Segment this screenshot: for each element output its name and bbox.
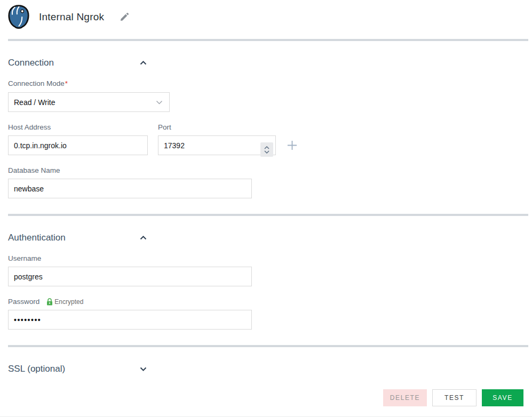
- required-asterisk: *: [65, 79, 68, 87]
- divider: [8, 345, 528, 347]
- section-connection-title: Connection: [8, 58, 54, 68]
- divider: [8, 214, 528, 216]
- password-label: Password: [8, 298, 39, 306]
- encrypted-badge: Encrypted: [46, 298, 83, 306]
- connection-mode-label: Connection Mode*: [8, 79, 532, 87]
- section-ssl-header[interactable]: SSL (optional): [8, 364, 147, 374]
- connection-mode-select[interactable]: Read / Write: [8, 92, 170, 112]
- database-name-label: Database Name: [8, 166, 532, 174]
- port-stepper[interactable]: [260, 142, 273, 157]
- section-connection-header[interactable]: Connection: [8, 58, 147, 68]
- username-label: Username: [8, 254, 532, 262]
- section-authentication-title: Authentication: [8, 232, 66, 243]
- plus-icon: [287, 140, 298, 151]
- username-input[interactable]: [8, 267, 252, 286]
- connection-mode-value: Read / Write: [14, 98, 55, 107]
- postgresql-logo: [5, 4, 32, 30]
- save-button[interactable]: SAVE: [482, 389, 523, 406]
- chevron-down-icon: [140, 367, 147, 371]
- section-ssl-title: SSL (optional): [8, 364, 65, 374]
- port-field: Port: [158, 112, 276, 155]
- encrypted-badge-label: Encrypted: [54, 298, 83, 306]
- pencil-icon: [119, 12, 130, 22]
- section-authentication: Authentication Username Password Encrypt…: [0, 232, 532, 330]
- database-name-input[interactable]: [8, 179, 252, 198]
- port-label: Port: [158, 123, 276, 131]
- divider: [8, 39, 528, 41]
- lock-icon: [46, 298, 53, 306]
- form-header: Internal Ngrok: [0, 0, 532, 31]
- chevron-down-icon: [156, 100, 163, 105]
- add-host-button[interactable]: [287, 135, 298, 155]
- password-label-row: Password Encrypted: [8, 298, 532, 306]
- stepper-up-icon: [264, 146, 269, 149]
- database-connection-form: Internal Ngrok Connection Connection Mod…: [0, 0, 532, 417]
- password-input[interactable]: [8, 310, 252, 330]
- stepper-down-icon: [264, 150, 269, 154]
- delete-button[interactable]: DELETE: [383, 389, 427, 406]
- section-authentication-header[interactable]: Authentication: [8, 232, 147, 243]
- host-address-input[interactable]: [8, 135, 148, 155]
- host-address-label: Host Address: [8, 123, 148, 131]
- host-field: Host Address: [8, 112, 148, 155]
- test-button[interactable]: TEST: [432, 389, 477, 406]
- section-ssl: SSL (optional): [0, 364, 532, 374]
- port-input[interactable]: [158, 135, 276, 155]
- chevron-up-icon: [140, 61, 147, 65]
- connection-name-title: Internal Ngrok: [39, 11, 104, 23]
- action-bar: DELETE TEST SAVE: [0, 389, 532, 406]
- chevron-up-icon: [140, 236, 147, 240]
- section-connection: Connection Connection Mode* Read / Write…: [0, 58, 532, 198]
- edit-name-button[interactable]: [119, 12, 130, 22]
